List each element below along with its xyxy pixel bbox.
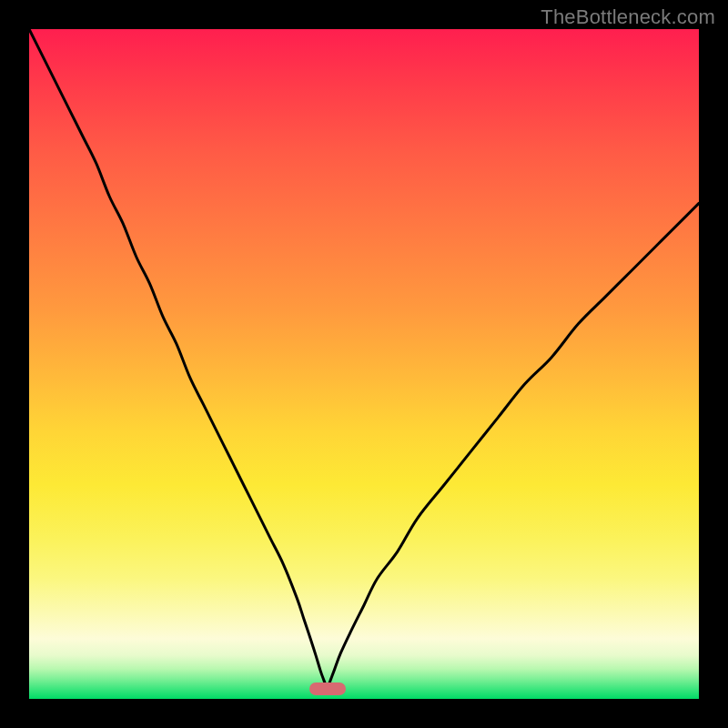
- chart-frame: TheBottleneck.com: [0, 0, 728, 728]
- minimum-marker: [309, 682, 346, 695]
- watermark-text: TheBottleneck.com: [541, 5, 715, 29]
- curve-left-branch: [29, 29, 328, 689]
- plot-area: [29, 29, 699, 699]
- curve-right-branch: [328, 203, 699, 689]
- curve-layer: [29, 29, 699, 699]
